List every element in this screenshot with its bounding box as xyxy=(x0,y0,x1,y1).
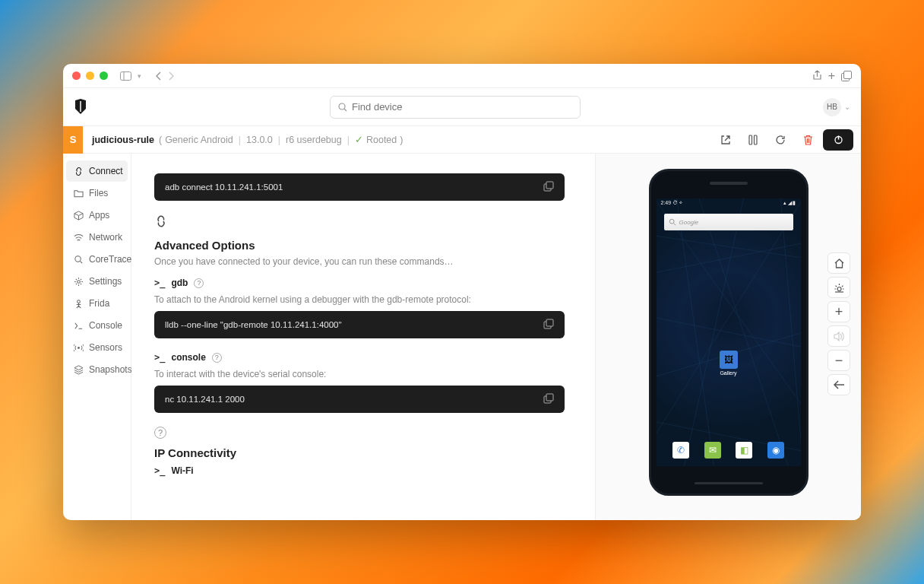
sidebar-item-sensors[interactable]: Sensors xyxy=(66,337,128,358)
chevron-down-icon[interactable]: ▾ xyxy=(138,72,141,80)
delete-button[interactable] xyxy=(796,129,820,151)
sidebar-item-console[interactable]: Console xyxy=(66,315,128,336)
pause-button[interactable] xyxy=(741,129,765,151)
help-icon[interactable]: ? xyxy=(212,353,222,363)
preview-controls: + − xyxy=(827,252,850,395)
lldb-command-block: lldb --one-line "gdb-remote 10.11.241.1:… xyxy=(154,311,565,338)
svg-line-19 xyxy=(657,317,801,347)
ip-connectivity-heading: IP Connectivity xyxy=(154,446,565,459)
sidebar-toggle-icon[interactable] xyxy=(120,71,131,81)
search-icon xyxy=(669,218,676,226)
nc-command-block: nc 10.11.241.1 2000 xyxy=(154,386,565,413)
svg-point-13 xyxy=(78,347,80,349)
svg-point-9 xyxy=(75,256,81,261)
help-icon: ? xyxy=(154,427,565,439)
prompt-icon: >_ xyxy=(154,278,165,288)
search-input[interactable] xyxy=(330,96,581,119)
prompt-icon: >_ xyxy=(154,465,165,476)
nav-forward-button[interactable] xyxy=(168,71,175,81)
sidebar-item-connect[interactable]: Connect xyxy=(66,160,128,182)
svg-point-12 xyxy=(78,300,81,303)
back-button[interactable] xyxy=(827,374,850,395)
user-menu-chevron-icon[interactable]: ⌄ xyxy=(844,103,850,111)
device-badge: S xyxy=(63,126,83,154)
sidebar-item-files[interactable]: Files xyxy=(66,182,128,204)
phone-speaker xyxy=(710,182,748,185)
link-icon xyxy=(154,214,565,231)
svg-rect-2 xyxy=(844,71,852,78)
add-tab-icon[interactable]: + xyxy=(828,69,835,83)
svg-rect-0 xyxy=(121,71,131,80)
user-avatar[interactable]: HB xyxy=(823,98,841,116)
camera-app-icon[interactable]: ◉ xyxy=(767,442,784,459)
console-subheading: >_ console ? xyxy=(154,352,565,363)
sidebar: Connect Files Apps Network CoreTrace Set… xyxy=(63,154,131,520)
svg-line-27 xyxy=(698,198,787,466)
advanced-options-heading: Advanced Options xyxy=(154,239,565,252)
app-logo[interactable] xyxy=(74,99,87,116)
sidebar-item-settings[interactable]: Settings xyxy=(66,271,128,292)
nav-back-button[interactable] xyxy=(155,71,162,81)
svg-line-10 xyxy=(80,261,82,263)
search-icon xyxy=(74,255,84,265)
svg-line-29 xyxy=(673,224,676,226)
minimize-window-button[interactable] xyxy=(86,71,94,80)
phone-dock: ✆ ✉ ◧ ◉ xyxy=(657,442,801,459)
close-window-button[interactable] xyxy=(72,71,81,80)
google-search-widget[interactable]: Google xyxy=(664,214,793,230)
zoom-window-button[interactable] xyxy=(100,71,108,80)
phone-app-icon[interactable]: ✆ xyxy=(672,442,689,459)
copy-button[interactable] xyxy=(543,393,554,405)
zoom-in-button[interactable]: + xyxy=(827,301,850,322)
svg-line-26 xyxy=(657,198,801,436)
phone-statusbar: 2:49 ⏱ ◎▴ ◢ ▮ xyxy=(661,200,796,206)
tabs-icon[interactable] xyxy=(841,71,852,81)
phone-screen[interactable]: 2:49 ⏱ ◎▴ ◢ ▮ Google 🖼 Gallery ✆ ✉ ◧ xyxy=(657,198,801,466)
adb-command-block: adb connect 10.11.241.1:5001 xyxy=(154,173,565,201)
gdb-subheading: >_ gdb ? xyxy=(154,278,565,288)
svg-rect-14 xyxy=(546,182,553,189)
svg-line-17 xyxy=(657,236,801,258)
volume-button[interactable] xyxy=(827,325,850,347)
android-app-icon[interactable]: ◧ xyxy=(736,442,752,459)
brightness-button[interactable] xyxy=(827,277,850,298)
copy-button[interactable] xyxy=(543,181,554,193)
refresh-button[interactable] xyxy=(768,129,793,151)
console-desc: To interact with the device's serial con… xyxy=(154,369,565,379)
layers-icon xyxy=(74,365,84,375)
sidebar-item-network[interactable]: Network xyxy=(66,227,128,248)
svg-line-23 xyxy=(684,198,743,466)
svg-line-24 xyxy=(780,198,801,466)
messages-app-icon[interactable]: ✉ xyxy=(704,442,721,459)
app-window: ▾ + HB ⌄ S judicious xyxy=(63,64,861,520)
prompt-icon: >_ xyxy=(154,352,165,363)
svg-point-28 xyxy=(669,219,674,224)
device-name: judicious-rule xyxy=(92,135,154,145)
window-controls xyxy=(72,71,108,80)
open-external-button[interactable] xyxy=(714,129,738,151)
sidebar-item-frida[interactable]: Frida xyxy=(66,293,128,314)
sidebar-item-apps[interactable]: Apps xyxy=(66,205,128,226)
svg-line-22 xyxy=(676,198,714,466)
sensors-icon xyxy=(74,343,84,353)
gallery-app-icon[interactable]: 🖼 Gallery xyxy=(720,351,738,376)
help-icon[interactable]: ? xyxy=(194,278,204,288)
home-indicator xyxy=(695,482,763,484)
power-button[interactable] xyxy=(823,129,853,151)
link-icon xyxy=(74,167,84,176)
share-icon[interactable] xyxy=(812,70,822,81)
copy-button[interactable] xyxy=(543,319,554,331)
search-icon xyxy=(338,103,347,112)
zoom-out-button[interactable]: − xyxy=(827,350,850,371)
topbar: HB ⌄ xyxy=(63,88,861,126)
main-content[interactable]: adb connect 10.11.241.1:5001 Advanced Op… xyxy=(131,154,595,520)
home-button[interactable] xyxy=(827,252,850,274)
sidebar-item-snapshots[interactable]: Snapshots xyxy=(66,359,128,380)
svg-point-30 xyxy=(837,287,841,290)
device-meta: (Generic Android|13.0.0|r6 userdebug|✓ R… xyxy=(159,134,403,145)
sidebar-item-coretrace[interactable]: CoreTrace xyxy=(66,249,128,270)
wifi-subheading: >_ Wi-Fi xyxy=(154,465,565,476)
device-preview: 2:49 ⏱ ◎▴ ◢ ▮ Google 🖼 Gallery ✆ ✉ ◧ xyxy=(595,154,861,520)
device-infobar: S judicious-rule (Generic Android|13.0.0… xyxy=(63,126,861,154)
terminal-icon xyxy=(74,321,84,331)
